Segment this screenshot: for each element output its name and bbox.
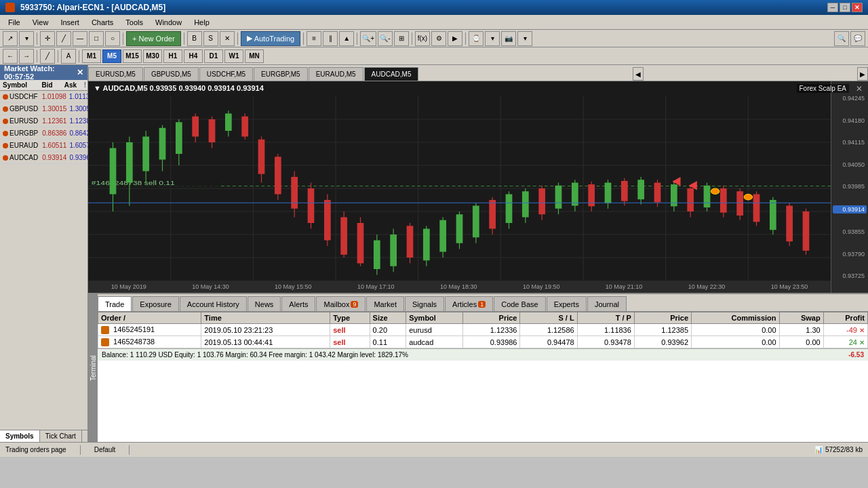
tb-indicators[interactable]: f(x) xyxy=(415,31,430,46)
tb-hline[interactable]: — xyxy=(73,31,87,46)
menu-view[interactable]: View xyxy=(27,17,54,28)
tb-dropdown1[interactable]: ▾ xyxy=(19,31,34,46)
svg-rect-52 xyxy=(374,241,380,270)
price-label-3: 0.94115 xyxy=(833,139,867,146)
term-tab-market[interactable]: Market xyxy=(366,296,404,311)
chart-close-icon[interactable]: ✕ xyxy=(856,84,863,94)
tf-m5[interactable]: M5 xyxy=(102,49,121,63)
tb-chart-type1[interactable]: ≡ xyxy=(307,31,321,46)
term-tab-experts[interactable]: Experts xyxy=(547,296,587,311)
menu-help[interactable]: Help xyxy=(189,17,215,28)
menu-file[interactable]: File xyxy=(3,17,26,28)
th-swap: Swap xyxy=(779,312,823,324)
tb-nav-left[interactable]: ← xyxy=(3,49,18,64)
autotrading-button[interactable]: ▶ AutoTrading xyxy=(241,31,301,46)
chart-tab-prev[interactable]: ◀ xyxy=(633,67,644,81)
tb-rect[interactable]: □ xyxy=(89,31,104,46)
minimize-button[interactable]: ─ xyxy=(827,3,838,12)
menu-tools[interactable]: Tools xyxy=(120,17,149,28)
term-tab-journal[interactable]: Journal xyxy=(587,296,627,311)
tb-chart-type3[interactable]: ▲ xyxy=(339,31,354,46)
close-trade-0[interactable]: ✕ xyxy=(859,327,865,334)
tb-crosshair[interactable]: ✛ xyxy=(40,31,55,46)
menu-charts[interactable]: Charts xyxy=(86,17,119,28)
current-price-label: 0.93914 xyxy=(833,205,867,214)
close-trade-1[interactable]: ✕ xyxy=(859,339,865,346)
chart-tab-audcad-m5[interactable]: AUDCAD,M5 xyxy=(364,67,419,81)
market-watch-row-eurusd[interactable]: EURUSD 1.12361 1.12385 24 xyxy=(0,115,87,127)
market-watch-row-gbpusd[interactable]: GBPUSD 1.30015 1.30054 39 xyxy=(0,103,87,115)
tf-h1[interactable]: H1 xyxy=(163,49,182,63)
tb-close-pos[interactable]: ✕ xyxy=(220,31,235,46)
tf-m30[interactable]: M30 xyxy=(143,49,162,63)
terminal-label-vertical[interactable]: Terminal xyxy=(88,294,98,442)
market-watch-close[interactable]: ✕ xyxy=(77,68,83,77)
close-button[interactable]: ✕ xyxy=(852,3,863,12)
market-watch-row-eurgbp[interactable]: EURGBP 0.86386 0.86422 36 xyxy=(0,127,87,140)
tb-sep1 xyxy=(37,33,37,45)
term-tab-trade[interactable]: Trade xyxy=(98,296,132,311)
mw-sym-name-5: AUDCAD xyxy=(9,154,38,161)
tb-text[interactable]: A xyxy=(61,49,76,64)
svg-rect-86 xyxy=(654,183,661,203)
tb-search[interactable]: 🔍 xyxy=(834,31,849,46)
chart-tab-usdchf-m5[interactable]: USDCHF,M5 xyxy=(199,67,253,81)
tb-ea[interactable]: ⚙ xyxy=(431,31,446,46)
term-tab-signals[interactable]: Signals xyxy=(405,296,444,311)
new-order-button[interactable]: + New Order xyxy=(126,31,181,46)
tb-dropdown3[interactable]: ▾ xyxy=(517,31,532,46)
tb-line-tool[interactable]: ╱ xyxy=(56,31,71,46)
market-watch-row-euraud[interactable]: EURAUD 1.60511 1.60577 66 xyxy=(0,140,87,152)
tb-history[interactable]: ⌚ xyxy=(469,31,484,46)
th-price: Price xyxy=(463,312,520,324)
term-tab-account-history[interactable]: Account History xyxy=(180,296,247,311)
tf-d1[interactable]: D1 xyxy=(204,49,223,63)
term-tab-news[interactable]: News xyxy=(248,296,281,311)
tf-w1[interactable]: W1 xyxy=(224,49,243,63)
chart-tab-gbpusd-m5[interactable]: GBPUSD,M5 xyxy=(144,67,199,81)
td-tp-1: 0.93478 xyxy=(577,336,634,348)
tf-m15[interactable]: M15 xyxy=(123,49,142,63)
tf-h4[interactable]: H4 xyxy=(184,49,203,63)
chart-tab-eurgbp-m5[interactable]: EURGBP,M5 xyxy=(254,67,308,81)
menu-window[interactable]: Window xyxy=(150,17,187,28)
term-tab-alerts[interactable]: Alerts xyxy=(281,296,315,311)
svg-rect-84 xyxy=(637,180,644,199)
tb-chart-type2[interactable]: ∥ xyxy=(323,31,338,46)
tf-mn[interactable]: MN xyxy=(245,49,264,63)
price-scale: 0.94245 0.94180 0.94115 0.94050 0.93985 … xyxy=(831,81,868,293)
chart-area[interactable]: ▼ AUDCAD,M5 0.93935 0.93940 0.93914 0.93… xyxy=(88,81,868,293)
tb-buy[interactable]: B xyxy=(187,31,202,46)
menu-insert[interactable]: Insert xyxy=(55,17,85,28)
trade-row-0[interactable]: 1465245191 2019.05.10 23:21:23 sell 0.20… xyxy=(98,324,868,336)
tb-screenshot[interactable]: 📷 xyxy=(501,31,516,46)
trade-row-1[interactable]: 1465248738 2019.05.13 00:44:41 sell 0.11… xyxy=(98,336,868,348)
chart-tab-euraud-m5[interactable]: EURAUD,M5 xyxy=(309,67,363,81)
term-tab-code-base[interactable]: Code Base xyxy=(494,296,545,311)
tb-zoom-in[interactable]: 🔍+ xyxy=(360,31,376,46)
term-tab-articles[interactable]: Articles1 xyxy=(445,296,493,311)
td-sl-1: 0.94478 xyxy=(520,336,577,348)
mw-tab-symbols[interactable]: Symbols xyxy=(0,430,40,442)
maximize-button[interactable]: □ xyxy=(840,3,850,12)
term-tab-exposure[interactable]: Exposure xyxy=(132,296,178,311)
tb-arrow-tool[interactable]: ↗ xyxy=(3,31,18,46)
tb-chat[interactable]: 💬 xyxy=(850,31,865,46)
svg-rect-92 xyxy=(704,186,711,207)
market-watch-row-audcad[interactable]: AUDCAD 0.93914 0.93962 48 xyxy=(0,152,87,164)
tb-sell[interactable]: S xyxy=(203,31,218,46)
chart-tab-eurusd-m5[interactable]: EURUSD,M5 xyxy=(88,67,143,81)
tb-ellipse[interactable]: ○ xyxy=(105,31,120,46)
th-commission: Commission xyxy=(692,312,780,324)
tf-m1[interactable]: M1 xyxy=(82,49,101,63)
tb-grid[interactable]: ⊞ xyxy=(394,31,409,46)
tb-line2[interactable]: ╱ xyxy=(40,49,55,64)
mw-tab-tick[interactable]: Tick Chart xyxy=(40,430,82,442)
tb-zoom-out[interactable]: 🔍- xyxy=(378,31,393,46)
market-watch-row-usdchf[interactable]: USDCHF 1.01098 1.01137 39 xyxy=(0,91,87,103)
tb-dropdown2[interactable]: ▾ xyxy=(485,31,500,46)
term-tab-mailbox[interactable]: Mailbox9 xyxy=(316,296,366,311)
chart-tab-next[interactable]: ▶ xyxy=(857,67,868,81)
tb-scripts[interactable]: ▶ xyxy=(448,31,462,46)
tb-nav-right[interactable]: → xyxy=(19,49,34,64)
